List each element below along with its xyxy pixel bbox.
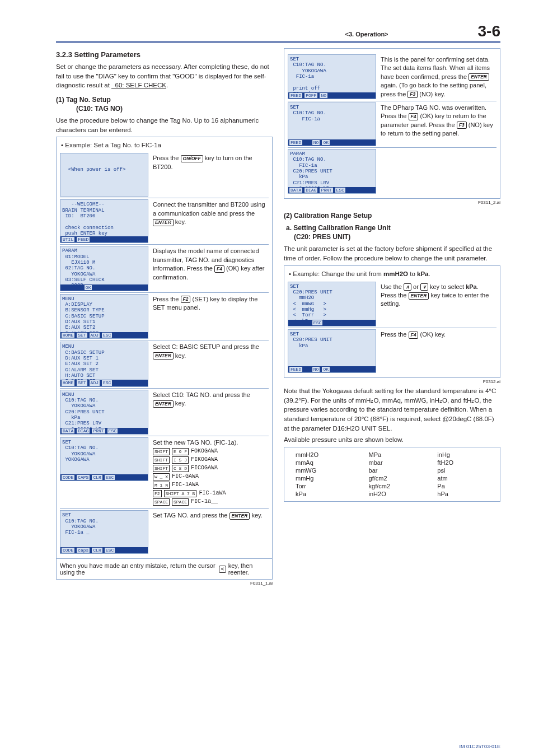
unit-cell: Pa xyxy=(437,482,489,490)
unit-cell: atm xyxy=(437,474,489,482)
key-icon: ON/OFF xyxy=(181,155,203,162)
page-number: 3-6 xyxy=(478,22,500,40)
example-1-title: • Example: Set a Tag No. to FIC-1a xyxy=(61,142,268,148)
step-row: SET C10:TAG NO. YOKOGAWA FIC-1a _ CODEca… xyxy=(60,508,269,554)
section-323-body: Set or change the parameters as necessar… xyxy=(56,62,273,90)
bt200-screen: PARAM 01:MODEL EJX110 M 02:TAG NO. YOKOG… xyxy=(60,246,148,291)
unit-cell: mbar xyxy=(369,459,438,466)
key-icon: F2 xyxy=(181,296,191,303)
bt200-screen: SET C20:PRES UNIT mmH2O < mmWG > < mmHg … xyxy=(288,282,376,326)
unit-cell: mmWG xyxy=(296,466,369,474)
step-row: SET C10:TAG NO. YOKOGAWA YOKOGAWA CODECA… xyxy=(60,436,269,507)
left-column: 3.2.3 Setting Parameters Set or change t… xyxy=(56,46,273,586)
key-icon: F4 xyxy=(214,265,224,273)
bt200-screen: SET C10:TAG NO. YOKOGAWA FIC-1a print of… xyxy=(288,54,376,99)
bt200-screen: PARAM C10:TAG NO. FIC-1a C20:PRES UNIT k… xyxy=(288,149,376,194)
unit-cell: kPa xyxy=(296,490,369,498)
step-desc: The DPharp TAG NO. was overwritten.Press… xyxy=(376,102,496,139)
figure-2-label: F0311_2.ai xyxy=(284,200,500,205)
step-row: SET C20:PRES UNIT kPa FEED NOOKPress the… xyxy=(288,328,496,373)
step-row: PARAM C10:TAG NO. FIC-1a C20:PRES UNIT k… xyxy=(288,147,496,194)
step-row: <When power is off> Press the ON/OFF key… xyxy=(60,152,269,197)
step-desc: Use the ∧ or ∨ key to select kPa.Press t… xyxy=(376,282,496,310)
subsection-1-sub: (C10: TAG NO) xyxy=(76,105,273,113)
key-icon: ENTER xyxy=(153,400,174,408)
step-desc: Press the ON/OFF key to turn on the BT20… xyxy=(148,153,269,172)
bt200-screen: --WELCOME-- BRAIN TERMINAL ID: BT200 che… xyxy=(60,199,148,243)
chapter-label: <3. Operation> xyxy=(345,31,388,38)
subsection-1-body: Use the procedure below to change the Ta… xyxy=(56,116,273,134)
subsection-2a-sub: (C20: PRES UNIT) xyxy=(294,233,500,241)
step-desc: Select C: BASIC SETUP and press the ENTE… xyxy=(148,342,269,361)
unit-cell: inH2O xyxy=(369,490,438,498)
example-1-cont-box: SET C10:TAG NO. YOKOGAWA FIC-1a print of… xyxy=(284,48,500,199)
key-icon: ENTER xyxy=(229,512,250,520)
unit-cell: ftH2O xyxy=(437,459,489,466)
subsection-2a-title: a. Setting Calibration Range Unit xyxy=(286,224,500,232)
step-row: MENU A:DISPLAY B:SENSOR TYPE C:BASIC SET… xyxy=(60,292,269,339)
step-desc: Press the F4 (OK) key. xyxy=(376,329,446,340)
units-table: mmH2OMPainHgmmAqmbarftH2OmmWGbarpsimmHgg… xyxy=(284,447,500,502)
unit-cell: mmH2O xyxy=(296,451,369,459)
section-323-title: 3.2.3 Setting Parameters xyxy=(56,50,273,59)
bt200-screen: SET C20:PRES UNIT kPa FEED NOOK xyxy=(288,329,376,373)
subsection-1-title: (1) Tag No. Setup xyxy=(56,96,273,104)
unit-cell: mmAq xyxy=(296,459,369,466)
step-desc: This is the panel for confirming set dat… xyxy=(376,54,496,100)
up-arrow-icon: ∧ xyxy=(404,283,411,291)
unit-cell: hPa xyxy=(437,490,489,498)
page: <3. Operation> 3-6 3.2.3 Setting Paramet… xyxy=(0,0,534,756)
mistake-note: When you have made an entry mistake, ret… xyxy=(56,559,273,580)
bt200-screen: SET C10:TAG NO. YOKOGAWA FIC-1a _ CODEca… xyxy=(60,510,148,554)
doc-id: IM 01C25T03-01E xyxy=(459,744,500,749)
subsection-2-title: (2) Calibration Range Setup xyxy=(284,212,500,220)
back-key-icon: < xyxy=(219,566,226,573)
step-row: SET C10:TAG NO. YOKOGAWA FIC-1a print of… xyxy=(288,53,496,100)
figure-3-label: F0312.ai xyxy=(284,379,500,384)
step-desc: Set the new TAG NO. (FIC-1a).SHIFTE 9 FF… xyxy=(148,437,238,507)
example-2-title: • Example: Change the unit from mmH2O to… xyxy=(289,270,495,277)
step-row: --WELCOME-- BRAIN TERMINAL ID: BT200 che… xyxy=(60,198,269,243)
step-desc: Connect the transmitter and BT200 using … xyxy=(148,199,269,227)
step-desc: Press the F2 (SET) key to display the SE… xyxy=(148,294,269,314)
step-row: SET C10:TAG NO. FIC-1a FEED NOOKThe DPha… xyxy=(288,101,496,146)
unit-cell: MPa xyxy=(369,451,438,459)
unit-cell: bar xyxy=(369,466,438,474)
step-row: MENU C:BASIC SETUP D:AUX SET 1 E:AUX SET… xyxy=(60,340,269,386)
step-row: SET C20:PRES UNIT mmH2O < mmWG > < mmHg … xyxy=(288,281,496,326)
key-icon: ENTER xyxy=(153,352,174,360)
example-2-box: • Example: Change the unit from mmH2O to… xyxy=(284,265,500,378)
subsection-2-body: The unit parameter is set at the factory… xyxy=(284,244,500,263)
unit-cell: mmHg xyxy=(296,474,369,482)
unit-cell: kgf/cm2 xyxy=(369,482,438,490)
step-row: MENU C10:TAG NO. YOKOGAWA C20:PRES UNIT … xyxy=(60,388,269,435)
unit-cell: Torr xyxy=(296,482,369,490)
step-desc: Displays the model name of connected tra… xyxy=(148,246,269,283)
bt200-screen: MENU C:BASIC SETUP D:AUX SET 1 E:AUX SET… xyxy=(60,342,148,386)
bt200-screen: MENU C10:TAG NO. YOKOGAWA C20:PRES UNIT … xyxy=(60,390,148,435)
step-desc: Set TAG NO. and press the ENTER key. xyxy=(148,510,263,521)
example-1-box: • Example: Set a Tag No. to FIC-1a <When… xyxy=(56,137,273,559)
step-row: PARAM 01:MODEL EJX110 M 02:TAG NO. YOKOG… xyxy=(60,244,269,291)
step-desc: Select C10: TAG NO. and press the ENTER … xyxy=(148,390,269,409)
bt200-screen: MENU A:DISPLAY B:SENSOR TYPE C:BASIC SET… xyxy=(60,294,148,339)
bt200-screen: SET C10:TAG NO. YOKOGAWA YOKOGAWA CODECA… xyxy=(60,437,148,481)
unit-cell: psi xyxy=(437,466,489,474)
available-units-label: Available pressure units are shown below… xyxy=(284,435,500,445)
right-column: SET C10:TAG NO. YOKOGAWA FIC-1a print of… xyxy=(284,46,500,586)
bt200-screen: SET C10:TAG NO. FIC-1a FEED NOOK xyxy=(288,102,376,146)
key-icon: ENTER xyxy=(153,219,174,226)
unit-cell: inHg xyxy=(437,451,489,459)
bt200-screen: <When power is off> xyxy=(60,153,148,197)
page-header: <3. Operation> 3-6 xyxy=(56,22,500,43)
note-temperature: Note that the Yokogawa default setting f… xyxy=(284,386,500,433)
step-desc xyxy=(376,149,381,151)
unit-cell: gf/cm2 xyxy=(369,474,438,482)
figure-1-label: F0311_1.ai xyxy=(56,581,273,586)
down-arrow-icon: ∨ xyxy=(420,283,428,291)
